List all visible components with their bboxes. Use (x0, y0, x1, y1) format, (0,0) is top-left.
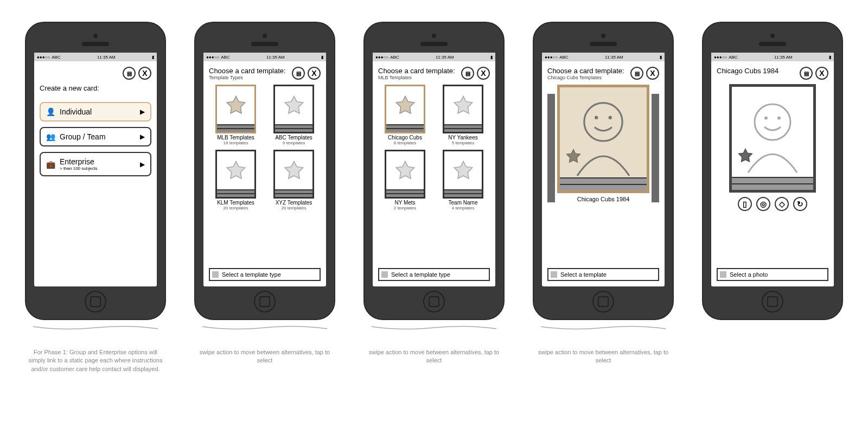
template-label: Team Name (449, 200, 478, 206)
phone-frame: ●●●○○ ABC 11:35 AM ▮ Choose a card templ… (363, 22, 505, 320)
home-button[interactable] (592, 291, 614, 312)
template-yankees[interactable]: NY Yankees 5 templates (436, 85, 490, 145)
annotation-text: swipe action to move between alternative… (194, 348, 335, 365)
card-icon[interactable]: ▤ (630, 67, 643, 80)
svg-point-1 (595, 116, 598, 119)
phone-speaker (590, 42, 617, 46)
screen-title: Choose a card template: (378, 67, 455, 75)
star-icon (452, 94, 474, 116)
star-icon (283, 159, 305, 181)
phone-frame: ●●●○○ ABC 11:35 AM ▮ Choose a card templ… (533, 22, 674, 320)
close-icon[interactable]: X (308, 67, 321, 80)
briefcase-icon: 💼 (46, 160, 55, 169)
close-icon[interactable]: X (815, 67, 828, 80)
phone-speaker (420, 42, 448, 46)
close-icon[interactable]: X (646, 67, 659, 80)
card-icon[interactable]: ▤ (292, 67, 305, 80)
home-button[interactable] (423, 291, 445, 312)
play-icon: ▶ (140, 161, 145, 168)
close-icon[interactable]: X (477, 67, 490, 80)
screen-title: Choose a card template: (209, 67, 286, 75)
template-count: 5 templates (452, 141, 474, 145)
screen-subtitle: Template Types (209, 75, 286, 80)
wireframe-screen-2: ●●●○○ ABC 11:35 AM ▮ Choose a card templ… (186, 22, 343, 365)
template-team[interactable]: Team Name 4 templates (436, 150, 490, 210)
signal-dots: ●●●○○ (375, 55, 388, 60)
card-icon[interactable]: ▤ (800, 67, 813, 80)
svg-point-3 (755, 104, 790, 140)
template-mets[interactable]: NY Mets 2 templates (378, 150, 432, 210)
svg-point-2 (609, 116, 612, 119)
template-label: NY Mets (394, 200, 415, 206)
annotation-text: For Phase 1: Group and Enterprise option… (25, 348, 166, 373)
battery-icon: ▮ (660, 55, 662, 60)
play-icon: ▶ (140, 133, 145, 141)
select-template-button[interactable]: Select a template (547, 268, 659, 281)
carrier-label: ABC (52, 55, 60, 60)
battery-icon: ▮ (490, 55, 493, 60)
group-option[interactable]: 👥 Group / Team ▶ (40, 127, 151, 146)
camera-icon[interactable]: ◎ (756, 197, 770, 211)
status-time: 11:35 AM (97, 55, 116, 60)
wireframe-screen-5: ●●●○○ ABC 11:35 AM ▮ Chicago Cubs 1984 ▤… (694, 22, 851, 320)
template-cubs[interactable]: Chicago Cubs 8 templates (378, 85, 432, 145)
template-count: 9 templates (283, 141, 305, 145)
template-label: NY Yankees (448, 135, 477, 141)
template-label: Chicago Cubs (388, 135, 422, 141)
status-time: 11:35 AM (774, 55, 793, 60)
status-bar: ●●●○○ ABC 11:35 AM ▮ (711, 53, 834, 61)
star-icon (283, 94, 305, 116)
signal-dots: ●●●○○ (714, 55, 727, 60)
home-button[interactable] (762, 291, 783, 312)
status-time: 11:35 AM (266, 55, 285, 60)
swipe-neighbor-right[interactable] (652, 94, 659, 202)
carrier-label: ABC (729, 55, 737, 60)
curly-brace (369, 324, 499, 333)
square-icon (212, 271, 219, 278)
refresh-icon[interactable]: ↻ (793, 197, 807, 211)
template-count: 18 templates (224, 141, 248, 145)
individual-option[interactable]: 👤 Individual ▶ (40, 102, 151, 122)
star-icon (225, 94, 247, 116)
swipe-neighbor-left[interactable] (547, 94, 555, 202)
card-icon[interactable]: ▤ (461, 67, 474, 80)
curly-brace (538, 324, 668, 333)
template-xyz[interactable]: XYZ Templates 20 templates (267, 150, 321, 210)
template-mlb[interactable]: MLB Templates 18 templates (209, 85, 263, 145)
close-icon[interactable]: X (138, 67, 151, 80)
template-count: 8 templates (394, 141, 416, 145)
gallery-icon[interactable]: ▯ (738, 197, 752, 211)
home-button[interactable] (254, 291, 276, 312)
template-preview[interactable] (729, 84, 816, 193)
select-template-type-button[interactable]: Select a template type (209, 268, 321, 281)
battery-icon: ▮ (152, 55, 154, 60)
select-template-type-button[interactable]: Select a template type (378, 268, 490, 281)
tag-icon[interactable]: ◇ (775, 197, 789, 211)
enterprise-option[interactable]: 💼 Enterprise > than 100 subjects ▶ (40, 152, 151, 176)
template-label: XYZ Templates (276, 200, 312, 206)
status-bar: ●●●○○ ABC 11:35 AM ▮ (542, 53, 665, 61)
preview-caption: Chicago Cubs 1984 (542, 196, 665, 202)
signal-dots: ●●●○○ (206, 55, 219, 60)
annotation-text: swipe action to move between alternative… (533, 348, 674, 365)
star-icon (394, 159, 416, 181)
square-icon (551, 271, 557, 278)
home-button[interactable] (85, 291, 106, 312)
template-preview[interactable] (557, 85, 649, 193)
individual-label: Individual (60, 107, 92, 116)
button-label: Select a photo (730, 271, 768, 278)
phone-screen: ●●●○○ ABC 11:35 AM ▮ ▤ X Create a new ca… (34, 53, 157, 286)
phone-screen: ●●●○○ ABC 11:35 AM ▮ Choose a card templ… (203, 53, 326, 286)
annotation-text: swipe action to move between alternative… (363, 348, 505, 365)
carrier-label: ABC (221, 55, 229, 60)
group-label: Group / Team (60, 132, 106, 141)
person-icon: 👤 (46, 107, 55, 116)
svg-point-0 (584, 103, 622, 141)
card-icon[interactable]: ▤ (123, 67, 136, 80)
select-photo-button[interactable]: Select a photo (717, 268, 828, 281)
template-klm[interactable]: KLM Templates 20 templates (209, 150, 263, 210)
screen-subtitle: Chicago Cubs Templates (547, 75, 624, 80)
curly-brace (200, 324, 330, 333)
template-abc[interactable]: ABC Templates 9 templates (267, 85, 321, 145)
signal-dots: ●●●○○ (37, 55, 50, 60)
